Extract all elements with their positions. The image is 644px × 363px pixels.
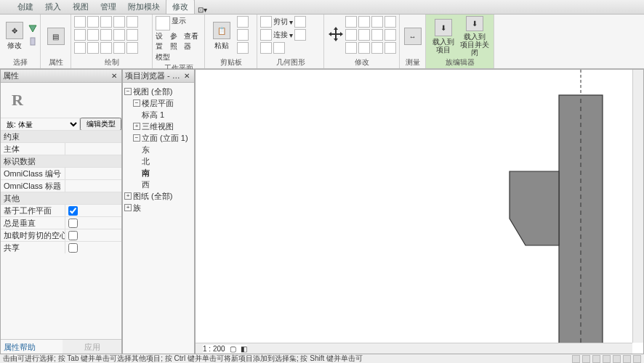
apply-button[interactable]: 应用 [63, 340, 121, 354]
select-arrow-icon[interactable] [28, 16, 37, 57]
id-data-header[interactable]: 标识数据 [1, 155, 121, 167]
array[interactable] [358, 42, 370, 54]
partial-ellipse-tool[interactable] [113, 29, 125, 41]
mirror[interactable] [371, 16, 383, 28]
g3[interactable] [273, 42, 285, 54]
ref-wp-label[interactable]: 参照 [170, 31, 182, 52]
constraints-header[interactable]: 约束 [1, 130, 121, 142]
model-wp[interactable]: 模型 [156, 53, 170, 61]
spline-tool[interactable] [87, 29, 99, 41]
tree-south[interactable]: 南 [124, 167, 193, 179]
measure-button[interactable]: ↔ [403, 16, 422, 57]
properties-button[interactable]: ▤ [44, 16, 68, 57]
scale[interactable] [371, 42, 383, 54]
trim[interactable] [385, 29, 396, 41]
show-wp[interactable]: 显示 [172, 16, 186, 26]
pick-lines-tool[interactable] [87, 42, 99, 54]
ellipse-tool[interactable] [100, 29, 112, 41]
cut-icon[interactable] [260, 29, 272, 41]
align[interactable] [345, 16, 357, 28]
status-icon-3[interactable] [592, 355, 600, 363]
connect-geom[interactable]: 连接 [273, 30, 288, 40]
tangent-tool[interactable] [74, 42, 86, 54]
cut-geom[interactable]: 剪切 [273, 17, 288, 27]
workplane-based-check[interactable] [68, 206, 78, 216]
cut-voids-check[interactable] [68, 231, 78, 240]
browser-close[interactable]: ✕ [182, 71, 192, 81]
vertical-scrollbar[interactable] [632, 70, 643, 343]
join-icon[interactable] [260, 42, 272, 54]
modify-tool[interactable]: ✥ 修改 [3, 16, 27, 57]
status-icon-4[interactable] [603, 355, 611, 363]
ribbon-pin-icon[interactable]: ⊡▾ [198, 6, 207, 14]
tree-elevations[interactable]: −立面 (立面 1) [124, 132, 193, 144]
tab-view[interactable]: 视图 [67, 0, 94, 14]
tree-floorplans[interactable]: −楼层平面 [124, 97, 193, 109]
status-icon-6[interactable] [623, 355, 631, 363]
tree-sheets[interactable]: +图纸 (全部) [124, 190, 193, 202]
other-header[interactable]: 其他 [1, 192, 121, 204]
edit-type-button[interactable]: 编辑类型 [80, 118, 121, 131]
copy-clip[interactable] [237, 29, 249, 41]
offset[interactable] [358, 16, 370, 28]
shared-check[interactable] [68, 243, 78, 253]
match-clip[interactable] [237, 42, 249, 54]
split[interactable] [345, 42, 357, 54]
load-close[interactable]: ⬇ 载入到 项目并关闭 [459, 16, 491, 57]
move[interactable] [345, 29, 357, 41]
omni-title-input[interactable] [65, 182, 121, 190]
line-tool[interactable] [74, 16, 86, 28]
status-icon-2[interactable] [582, 355, 590, 363]
view-control-2[interactable]: ◧ [241, 345, 247, 353]
properties-close[interactable]: ✕ [109, 71, 119, 81]
pin[interactable] [385, 42, 396, 54]
poly-tool[interactable] [100, 16, 112, 28]
draw15[interactable] [126, 42, 138, 54]
arc2-tool[interactable] [74, 29, 86, 41]
set-wp-label[interactable]: 设置 [156, 31, 167, 52]
cut-clip[interactable] [237, 16, 249, 28]
pick-tool[interactable] [100, 42, 112, 54]
copy[interactable] [358, 29, 370, 41]
circle-tool[interactable] [113, 16, 125, 28]
viewer-wp-label[interactable]: 查看器 [184, 31, 201, 52]
draw14[interactable] [113, 42, 125, 54]
omni-num-input[interactable] [65, 170, 121, 178]
drawing-canvas[interactable]: 1 : 200 ▢ ◧ [195, 69, 644, 354]
view-control-1[interactable]: ▢ [230, 345, 236, 353]
always-vertical-check[interactable] [68, 219, 78, 228]
status-icon-7[interactable] [633, 355, 641, 363]
tab-modify[interactable]: 修改 [166, 0, 195, 14]
arc-tool[interactable] [126, 16, 138, 28]
status-text: 击由可进行选择; 按 Tab 键并单击可选择其他项目; 按 Ctrl 键并单击可… [3, 354, 363, 363]
set-workplane[interactable] [156, 16, 170, 30]
family-type-select[interactable]: 族: 体量 [4, 120, 79, 129]
rotate[interactable] [371, 29, 383, 41]
paste-button[interactable]: 📋 粘贴 [208, 16, 236, 57]
tree-east[interactable]: 东 [124, 144, 193, 155]
g1[interactable] [294, 16, 306, 28]
tree-north[interactable]: 北 [124, 155, 193, 167]
tree-families[interactable]: +族 [124, 202, 193, 213]
move-icon[interactable] [327, 16, 344, 52]
g2[interactable] [294, 29, 306, 41]
fillet-tool[interactable] [126, 29, 138, 41]
tab-create[interactable]: 创建 [12, 0, 39, 14]
tab-manage[interactable]: 管理 [94, 0, 122, 14]
properties-help-link[interactable]: 属性帮助 [1, 340, 63, 354]
status-icon-1[interactable] [572, 355, 580, 363]
rect-tool[interactable] [87, 16, 99, 28]
status-icon-5[interactable] [613, 355, 621, 363]
scale-readout[interactable]: 1 : 200 [203, 345, 225, 353]
tree-3d[interactable]: +三维视图 [124, 121, 193, 132]
cope-icon[interactable] [260, 16, 272, 28]
horizontal-scrollbar[interactable] [196, 343, 632, 354]
tab-addins[interactable]: 附加模块 [122, 0, 166, 14]
load-into-project[interactable]: ⬇ 载入到 项目 [429, 16, 458, 57]
tree-views[interactable]: −视图 (全部) [124, 86, 193, 97]
mirror2[interactable] [385, 16, 396, 28]
tab-insert[interactable]: 插入 [39, 0, 67, 14]
paste-icon: 📋 [213, 22, 230, 39]
tree-level1[interactable]: 标高 1 [124, 109, 193, 121]
tree-west[interactable]: 西 [124, 179, 193, 190]
